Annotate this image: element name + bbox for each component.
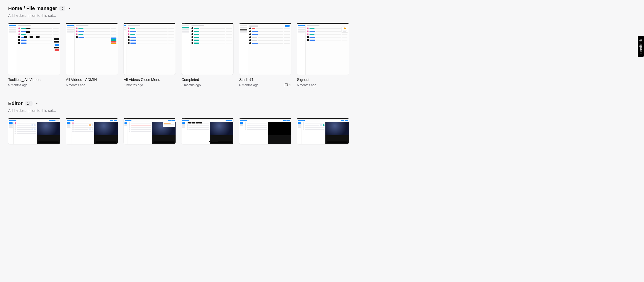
project-card[interactable] <box>66 118 118 144</box>
project-thumbnail <box>297 23 349 74</box>
project-thumbnail <box>182 118 233 144</box>
section-description[interactable]: Add a description to this set... <box>8 109 636 113</box>
project-card[interactable]: All Videos - ADMIN 6 months ago <box>66 23 118 87</box>
project-thumbnail <box>8 118 60 144</box>
comment-icon <box>284 83 288 87</box>
project-thumbnail <box>239 118 291 144</box>
project-title: Studio71 <box>239 78 291 82</box>
cards-row: Tooltips _ All Videos 5 months ago <box>8 23 636 87</box>
section-dropdown[interactable] <box>68 6 72 10</box>
project-title: Signout <box>297 78 349 82</box>
project-thumbnail <box>66 23 118 74</box>
project-comment-count: 1 <box>289 83 291 87</box>
project-date: 5 months ago <box>8 83 28 87</box>
project-card[interactable] <box>297 118 349 144</box>
project-title: All Videos Close Menu <box>124 78 176 82</box>
project-thumbnail <box>8 23 60 74</box>
project-title: Completed <box>182 78 233 82</box>
section-header: Home / File manager 6 <box>8 6 636 11</box>
project-comments: 1 <box>284 83 291 87</box>
project-title: Tooltips _ All Videos <box>8 78 60 82</box>
section-dropdown[interactable] <box>35 102 39 106</box>
caret-down-icon <box>68 7 71 10</box>
project-date: 6 months ago <box>239 83 258 87</box>
project-card[interactable] <box>124 118 176 144</box>
cards-row <box>8 118 636 144</box>
project-date: 6 months ago <box>297 83 316 87</box>
project-card[interactable]: Signout 6 months ago <box>297 23 349 87</box>
project-date: 6 months ago <box>66 83 85 87</box>
project-thumbnail <box>66 118 118 144</box>
section-header: Editor 14 <box>8 100 636 106</box>
feedback-tab[interactable]: Feedback <box>638 36 644 57</box>
section-file-manager: Home / File manager 6 Add a description … <box>8 6 636 87</box>
project-date: 6 months ago <box>124 83 143 87</box>
project-card[interactable] <box>182 118 233 144</box>
project-card[interactable] <box>8 118 60 144</box>
project-thumbnail <box>297 118 349 144</box>
section-count-badge: 6 <box>59 6 65 11</box>
project-card[interactable]: All Videos Close Menu 6 months ago <box>124 23 176 87</box>
section-title: Editor <box>8 100 23 106</box>
project-card[interactable]: Tooltips _ All Videos 5 months ago <box>8 23 60 87</box>
section-title: Home / File manager <box>8 6 57 11</box>
project-thumbnail <box>124 118 176 144</box>
caret-down-icon <box>36 102 38 104</box>
section-count-badge: 14 <box>25 101 33 106</box>
project-card[interactable]: Studio71 6 months ago 1 <box>239 23 291 87</box>
project-thumbnail <box>182 23 233 74</box>
project-card[interactable]: Completed 6 months ago <box>182 23 233 87</box>
project-thumbnail <box>239 23 291 74</box>
project-thumbnail <box>124 23 176 74</box>
project-date: 6 months ago <box>182 83 201 87</box>
section-editor: Editor 14 Add a description to this set.… <box>8 100 636 144</box>
section-description[interactable]: Add a description to this set... <box>8 14 636 18</box>
project-title: All Videos - ADMIN <box>66 78 118 82</box>
project-card[interactable] <box>239 118 291 144</box>
